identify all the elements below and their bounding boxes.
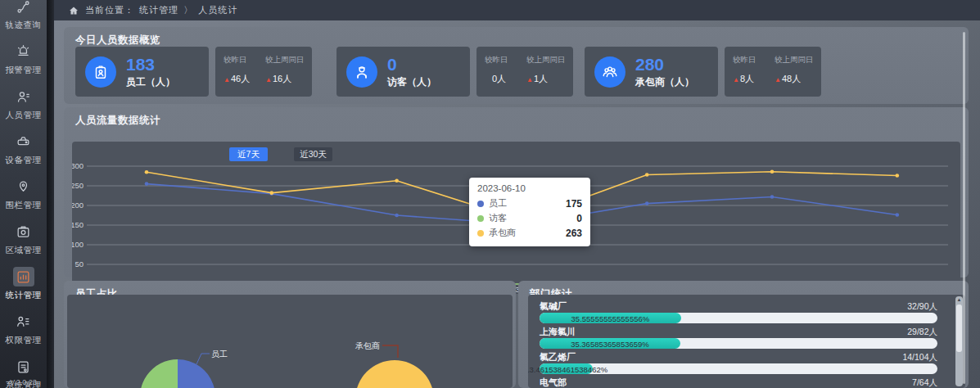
group-icon: [594, 56, 625, 88]
range-tab[interactable]: 近7天: [229, 147, 268, 161]
department-bar-fill: 13.461538461538462%: [540, 363, 593, 374]
contractor-point[interactable]: [395, 178, 399, 183]
breadcrumb-section[interactable]: 统计管理: [139, 5, 178, 15]
department-bar-fill: 35.36585365853659%: [540, 338, 680, 349]
topbar: 当前位置： 统计管理 〉 人员统计: [54, 0, 980, 20]
sidebar-item[interactable]: 围栏管理: [0, 172, 47, 217]
contractor-point[interactable]: [645, 173, 649, 177]
sidebar-item-label: 统计管理: [6, 290, 42, 301]
series-dot-icon: [477, 215, 484, 222]
track-icon: [13, 0, 34, 16]
visitor-icon: [346, 56, 377, 88]
version-label: V.2.0.23: [0, 378, 47, 386]
tooltip-date: 2023-06-10: [477, 183, 582, 193]
tooltip-series-value: 175: [566, 198, 582, 210]
pie-right-slice[interactable]: [355, 360, 434, 388]
tooltip-series-name: 访客: [489, 212, 507, 224]
sidebar-item-label: 轨迹查询: [6, 20, 42, 31]
employee-ratio-panel: 员工占比 员工 承包商: [64, 281, 516, 388]
y-axis-tick: 100: [72, 240, 84, 249]
employee-point[interactable]: [645, 201, 649, 205]
stat-card: 280 承包商（人） 较昨日 ▲8人 较上周同日: [585, 47, 821, 97]
sidebar-item[interactable]: 报警管理: [0, 37, 47, 82]
chart-tooltip: 2023-06-10 员工 175: [469, 178, 590, 246]
page-scrollbar[interactable]: [963, 32, 965, 384]
main-area: 今日人员数据概览 183 员工（人）: [54, 20, 980, 388]
scroll-up-icon[interactable]: ▲: [955, 297, 963, 302]
pie-right-label: 承包商: [355, 341, 380, 352]
overview-cards: 183 员工（人） 较昨日 ▲46人 较上周同日: [75, 47, 833, 97]
compare-lastweek-value: ▲16人: [265, 73, 307, 85]
employee-point[interactable]: [145, 182, 149, 186]
contractor-point[interactable]: [896, 174, 900, 178]
compare-yesterday-label: 较昨日: [485, 55, 526, 65]
stat-card: 0 访客（人） 较昨日 ▲0人 较上周同日: [336, 47, 573, 97]
employee-point[interactable]: [770, 195, 775, 199]
tooltip-series-value: 0: [576, 213, 582, 224]
stat-card-compare: 较昨日 ▲8人 较上周同日 ▲48人: [725, 47, 821, 97]
department-scrollbar-thumb[interactable]: [956, 305, 962, 352]
pie-right-label-line: [382, 345, 398, 358]
range-tab[interactable]: 近30天: [294, 147, 332, 161]
compare-lastweek-label: 较上周同日: [265, 55, 307, 65]
department-percent-label: 13.461538461538462%: [528, 364, 607, 373]
breadcrumb[interactable]: 当前位置： 统计管理 〉 人员统计: [85, 4, 239, 16]
employee-point[interactable]: [395, 214, 399, 218]
compare-lastweek-label: 较上周同日: [775, 55, 816, 65]
stat-card-compare: 较昨日 ▲0人 较上周同日 ▲1人: [476, 47, 573, 97]
department-percent-label: 35.55555555555556%: [571, 314, 650, 323]
breadcrumb-page: 人员统计: [198, 5, 237, 15]
stat-card-value: 0: [387, 55, 436, 74]
sidebar-item[interactable]: 权限管理: [0, 307, 47, 352]
contractor-point[interactable]: [270, 191, 274, 195]
stat-card-main: 183 员工（人）: [75, 47, 209, 97]
compare-yesterday-label: 较昨日: [224, 55, 265, 65]
department-bar-track: 35.55555555555556%: [540, 313, 937, 323]
up-arrow-icon: ▲: [265, 76, 272, 83]
tooltip-row: 承包商 263: [477, 227, 582, 239]
sidebar-item-label: 人员管理: [6, 110, 42, 121]
stat-card-main: 280 承包商（人）: [585, 47, 718, 97]
department-name: 氯乙烯厂: [540, 352, 576, 362]
sidebar: 轨迹查询 报警管理 人员管理 设备管理: [0, 0, 47, 388]
sidebar-item-label: 区域管理: [6, 245, 42, 256]
compare-yesterday-value: ▲0人: [485, 73, 526, 85]
home-icon: [69, 6, 79, 16]
stats-icon: [13, 267, 34, 286]
pie-charts: [67, 295, 513, 388]
sidebar-item[interactable]: 设备管理: [0, 127, 47, 172]
employee-ratio-canvas[interactable]: 员工 承包商: [67, 295, 513, 388]
compare-yesterday-value: ▲46人: [224, 73, 265, 85]
stat-card-value: 183: [126, 55, 175, 74]
pie-left-label: 员工: [211, 349, 228, 360]
breadcrumb-location-label: 当前位置：: [85, 5, 134, 15]
department-list: 氯碱厂 32/90人 35.55555555555556%: [528, 295, 965, 388]
department-scrollbar[interactable]: ▲: [955, 296, 963, 386]
contractor-point[interactable]: [770, 169, 775, 174]
employee-point[interactable]: [896, 213, 900, 217]
department-bar-track: 35.36585365853659%: [540, 338, 937, 349]
stat-card-label: 员工（人）: [126, 75, 175, 89]
flow-chart-canvas[interactable]: 0501001502002503002023-06-082023-06-0920…: [72, 142, 960, 294]
permission-icon: [13, 312, 34, 332]
y-axis-tick: 300: [72, 161, 84, 170]
sidebar-item[interactable]: 人员管理: [0, 82, 47, 127]
overview-panel: 今日人员数据概览 183 员工（人）: [64, 27, 969, 104]
sidebar-item[interactable]: 区域管理: [0, 217, 47, 262]
flow-panel: 人员流量数据统计 0501001502002503002023-06-08202…: [64, 107, 969, 277]
sidebar-item[interactable]: 轨迹查询: [0, 0, 47, 37]
tooltip-series-name: 承包商: [489, 227, 516, 239]
compare-yesterday-label: 较昨日: [733, 55, 775, 65]
up-arrow-icon: ▲: [733, 76, 739, 83]
series-dot-icon: [477, 230, 484, 237]
tooltip-row: 员工 175: [477, 197, 582, 210]
sidebar-item[interactable]: 统计管理: [0, 262, 47, 307]
department-name: 上海氯川: [540, 327, 576, 336]
contractor-point[interactable]: [145, 170, 149, 174]
department-row: 氯乙烯厂 14/104人 13.461538461538462%: [540, 352, 937, 374]
app-root: 轨迹查询 报警管理 人员管理 设备管理: [0, 0, 980, 388]
stat-card-main: 0 访客（人）: [336, 47, 470, 97]
sidebar-divider: [47, 0, 54, 388]
department-bar-fill: 35.55555555555556%: [540, 313, 681, 323]
sidebar-menu: 轨迹查询 报警管理 人员管理 设备管理: [0, 0, 47, 388]
